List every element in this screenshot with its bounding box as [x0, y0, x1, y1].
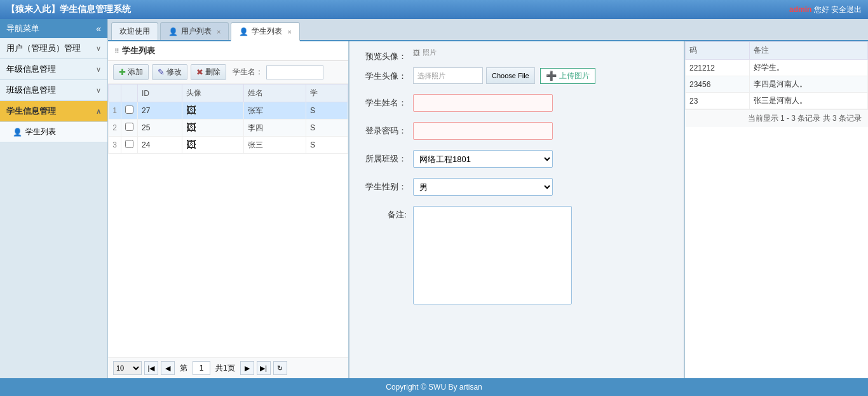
sidebar-collapse-icon[interactable]: « — [96, 24, 101, 34]
delete-button[interactable]: ✖ 删除 — [191, 64, 226, 80]
per-page-select[interactable]: 10 20 50 — [113, 361, 142, 375]
close-icon[interactable]: × — [287, 28, 291, 36]
plus-icon: ✚ — [119, 67, 126, 77]
last-page-button[interactable]: ▶| — [257, 361, 271, 375]
tab-bar: 欢迎使用 👤 用户列表 × 👤 学生列表 × — [108, 19, 868, 41]
edit-label: 修改 — [166, 67, 182, 78]
panel-title-text: 学生列表 — [122, 45, 155, 57]
sidebar-header: 导航菜单 « — [0, 19, 107, 38]
row-checkbox[interactable] — [125, 123, 133, 131]
prev-page-button[interactable]: ◀ — [161, 361, 175, 375]
right-table-row: 23456 李四是河南人。 — [686, 76, 868, 93]
current-page-input[interactable] — [193, 361, 210, 375]
greeting-text: 您好 — [814, 5, 829, 14]
sidebar-item-label: 学生信息管理 — [6, 106, 56, 117]
row-checkbox-cell[interactable] — [121, 102, 138, 119]
next-page-button[interactable]: ▶ — [240, 361, 254, 375]
edit-button[interactable]: ✎ 修改 — [152, 64, 187, 80]
col-cb — [121, 85, 138, 102]
sidebar-sub-item-student-list[interactable]: 👤 学生列表 — [0, 122, 107, 142]
row-checkbox[interactable] — [125, 106, 133, 114]
refresh-button[interactable]: ↻ — [273, 361, 287, 375]
form-row-remark: 备注: — [362, 206, 671, 304]
user-tab-icon: 👤 — [168, 27, 178, 36]
right-row-code: 221212 — [686, 60, 750, 76]
right-table: 码 备注 221212 好学生。 23456 李四是河南人。 23 张三是河南人… — [685, 41, 868, 109]
col-code: 码 — [686, 42, 750, 60]
choose-file-button[interactable]: Choose File — [486, 67, 535, 84]
row-id: 24 — [138, 137, 182, 154]
delete-label: 删除 — [205, 67, 220, 78]
drag-handle-icon: ⠿ — [114, 48, 119, 55]
row-extra: S — [306, 137, 348, 154]
pagination-status: 当前显示 1 - 3 条记录 共 3 条记录 — [685, 109, 868, 127]
content-area: 欢迎使用 👤 用户列表 × 👤 学生列表 × ⠿ 学生列表 — [108, 19, 868, 378]
sidebar-item-class-mgmt[interactable]: 班级信息管理 ∨ — [0, 80, 107, 101]
name-label: 学生姓名： — [362, 94, 413, 109]
sidebar-item-label: 用户（管理员）管理 — [6, 43, 81, 54]
right-data-panel: 码 备注 221212 好学生。 23456 李四是河南人。 23 张三是河南人… — [684, 41, 868, 378]
table-row[interactable]: 3 24 🖼 张三 S — [109, 137, 348, 154]
password-label: 登录密码： — [362, 122, 413, 137]
tab-label: 欢迎使用 — [119, 26, 150, 37]
gender-select[interactable]: 男 女 — [413, 178, 553, 196]
student-table: ID 头像 姓名 学 1 27 🖼 张军 S 2 25 🖼 — [108, 84, 348, 154]
row-name: 李四 — [244, 119, 306, 137]
row-checkbox-cell[interactable] — [121, 137, 138, 154]
row-checkbox[interactable] — [125, 140, 133, 148]
admin-area: admin 您好 安全退出 — [789, 4, 862, 15]
first-page-button[interactable]: |◀ — [144, 361, 158, 375]
student-tab-icon: 👤 — [239, 27, 248, 36]
form-row-photo: 学生头像： 选择照片 Choose File ➕ 上传图片 — [362, 67, 671, 84]
photo-text: 照片 — [423, 48, 437, 57]
sidebar-item-student-mgmt[interactable]: 学生信息管理 ∧ — [0, 101, 107, 122]
panel-title: ⠿ 学生列表 — [108, 41, 348, 61]
right-row-code: 23 — [686, 93, 750, 109]
row-id: 27 — [138, 102, 182, 119]
form-row-class: 所属班级： 网络工程1801 网络工程1802 软件工程1801 — [362, 150, 671, 168]
class-select[interactable]: 网络工程1801 网络工程1802 软件工程1801 — [413, 150, 553, 168]
sidebar-item-label: 年级信息管理 — [6, 64, 56, 75]
avatar-icon: 🖼 — [186, 139, 196, 150]
add-button[interactable]: ✚ 添加 — [113, 64, 149, 80]
tab-student-list[interactable]: 👤 学生列表 × — [231, 22, 299, 41]
upload-button[interactable]: ➕ 上传图片 — [540, 68, 595, 84]
search-input[interactable] — [266, 65, 323, 79]
logout-link[interactable]: 安全退出 — [831, 5, 862, 14]
row-num: 2 — [109, 119, 121, 137]
total-pages: 共1页 — [213, 363, 238, 374]
tab-label: 学生列表 — [252, 26, 282, 37]
sidebar-item-user-mgmt[interactable]: 用户（管理员）管理 ∨ — [0, 38, 107, 59]
chevron-up-icon: ∧ — [96, 107, 101, 116]
row-checkbox-cell[interactable] — [121, 119, 138, 137]
photo-control-wrap: 选择照片 Choose File ➕ 上传图片 — [413, 67, 671, 84]
chevron-down-icon: ∨ — [96, 86, 101, 95]
row-name: 张军 — [244, 102, 306, 119]
tab-user-list[interactable]: 👤 用户列表 × — [160, 22, 229, 40]
toolbar: ✚ 添加 ✎ 修改 ✖ 删除 学生名： — [108, 61, 348, 84]
table-row[interactable]: 1 27 🖼 张军 S — [109, 102, 348, 119]
tab-welcome[interactable]: 欢迎使用 — [111, 22, 158, 40]
password-input[interactable] — [413, 122, 553, 140]
row-name: 张三 — [244, 137, 306, 154]
close-icon[interactable]: × — [217, 28, 220, 36]
edit-icon: ✎ — [158, 67, 165, 77]
class-label: 所属班级： — [362, 150, 413, 165]
delete-icon: ✖ — [196, 67, 203, 77]
col-avatar: 头像 — [182, 85, 244, 102]
row-num: 3 — [109, 137, 121, 154]
form-scroll: 预览头像： 🖼 照片 学生头像： 选择照片 — [349, 41, 684, 321]
table-row[interactable]: 2 25 🖼 李四 S — [109, 119, 348, 137]
remark-textarea[interactable] — [413, 206, 572, 304]
row-extra: S — [306, 119, 348, 137]
title-bar: 【猿来入此】学生信息管理系统 admin 您好 安全退出 — [0, 0, 868, 19]
name-input[interactable] — [413, 94, 553, 112]
row-avatar: 🖼 — [182, 119, 244, 137]
file-text: 选择照片 — [413, 67, 483, 84]
right-table-row: 23 张三是河南人。 — [686, 93, 868, 109]
password-control-wrap — [413, 122, 671, 140]
avatar-icon: 🖼 — [186, 105, 196, 116]
preview-label: 预览头像： — [362, 48, 413, 62]
tab-content: ⠿ 学生列表 ✚ 添加 ✎ 修改 ✖ 删除 学生 — [108, 41, 868, 378]
sidebar-item-grade-mgmt[interactable]: 年级信息管理 ∨ — [0, 59, 107, 80]
